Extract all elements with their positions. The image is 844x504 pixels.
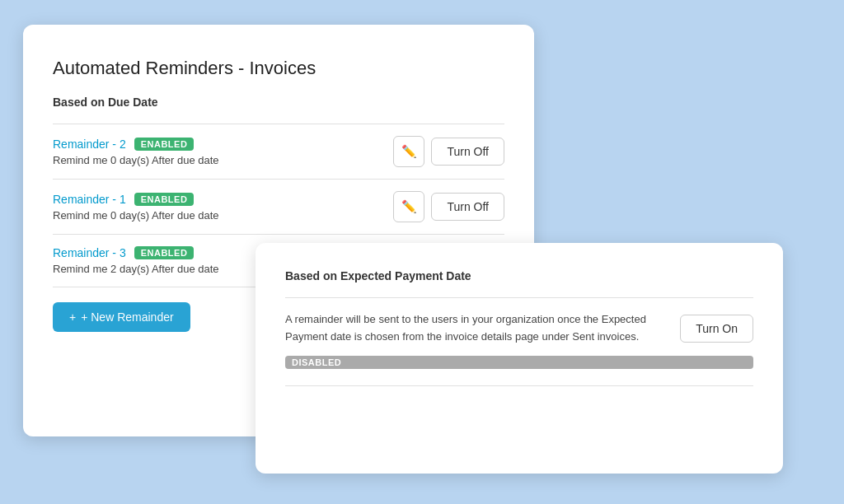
new-remainder-label: + New Remainder <box>81 310 173 324</box>
reminder-3-desc: Remind me 2 day(s) After due date <box>53 263 219 275</box>
pencil-icon: ✏️ <box>401 144 417 159</box>
reminder-2-badge: ENABLED <box>134 138 195 151</box>
disabled-badge: DISABLED <box>285 356 753 369</box>
pencil-icon-2: ✏️ <box>401 199 417 214</box>
reminder-row-2: Remainder - 2 ENABLED Remind me 0 day(s)… <box>53 124 504 179</box>
reminder-1-name[interactable]: Remainder - 1 <box>53 193 126 206</box>
page-title: Automated Reminders - Invoices <box>53 58 504 79</box>
reminder-left-1: Remainder - 1 ENABLED Remind me 0 day(s)… <box>53 193 219 222</box>
reminder-left-3: Remainder - 3 ENABLED Remind me 2 day(s)… <box>53 246 219 275</box>
front-card: Based on Expected Payment Date A remaind… <box>256 243 783 474</box>
expected-payment-section: Based on Expected Payment Date A remaind… <box>285 269 753 369</box>
reminder-2-name[interactable]: Remainder - 2 <box>53 138 126 151</box>
turn-on-button[interactable]: Turn On <box>680 315 753 343</box>
reminder-header-1: Remainder - 1 ENABLED <box>53 193 219 206</box>
reminder-1-desc: Remind me 0 day(s) After due date <box>53 209 219 222</box>
reminder-3-badge: ENABLED <box>134 246 195 259</box>
reminder-1-actions: ✏️ Turn Off <box>393 191 504 222</box>
reminder-2-turn-off-button[interactable]: Turn Off <box>431 138 504 166</box>
plus-icon: + <box>69 310 76 324</box>
reminder-2-edit-button[interactable]: ✏️ <box>393 136 424 167</box>
section-title-expected: Based on Expected Payment Date <box>285 269 753 282</box>
reminder-left-2: Remainder - 2 ENABLED Remind me 0 day(s)… <box>53 138 219 166</box>
reminder-row-1: Remainder - 1 ENABLED Remind me 0 day(s)… <box>53 180 504 234</box>
expected-payment-description: A remainder will be sent to the users in… <box>285 311 663 346</box>
reminder-header-2: Remainder - 2 ENABLED <box>53 138 219 151</box>
reminder-2-actions: ✏️ Turn Off <box>393 136 504 167</box>
reminder-header-3: Remainder - 3 ENABLED <box>53 246 219 259</box>
reminder-2-desc: Remind me 0 day(s) After due date <box>53 154 219 166</box>
reminder-1-edit-button[interactable]: ✏️ <box>393 191 424 222</box>
reminder-1-badge: ENABLED <box>134 193 195 206</box>
expected-payment-row: A remainder will be sent to the users in… <box>285 311 753 346</box>
reminder-1-turn-off-button[interactable]: Turn Off <box>431 193 504 221</box>
reminder-3-name[interactable]: Remainder - 3 <box>53 246 126 259</box>
section-title-due-date: Based on Due Date <box>53 96 504 109</box>
new-remainder-button[interactable]: + + New Remainder <box>53 302 190 332</box>
front-divider-top <box>285 297 753 298</box>
front-divider-bottom <box>285 385 753 386</box>
